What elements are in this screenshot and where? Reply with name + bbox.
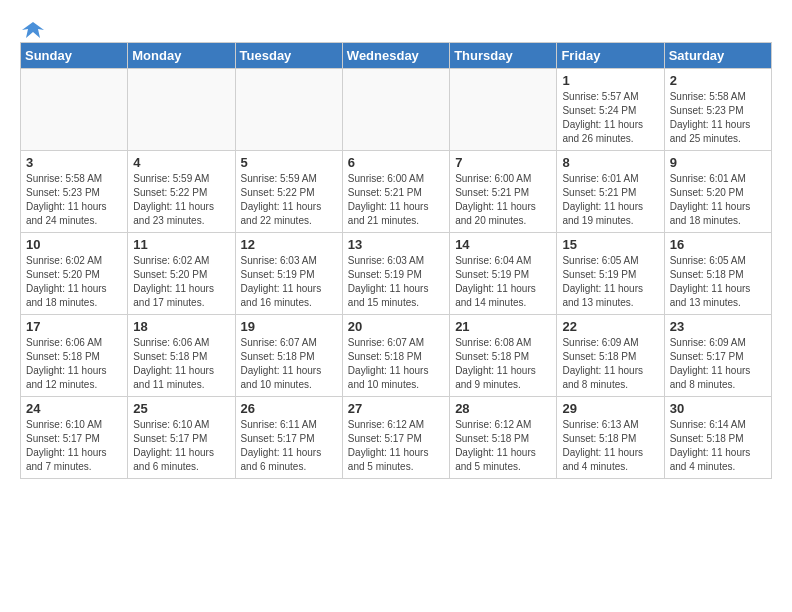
day-info: Sunrise: 6:06 AM Sunset: 5:18 PM Dayligh… [133,336,229,392]
calendar-cell: 2Sunrise: 5:58 AM Sunset: 5:23 PM Daylig… [664,69,771,151]
calendar-cell: 15Sunrise: 6:05 AM Sunset: 5:19 PM Dayli… [557,233,664,315]
day-number: 24 [26,401,122,416]
page: SundayMondayTuesdayWednesdayThursdayFrid… [0,0,792,489]
calendar-table: SundayMondayTuesdayWednesdayThursdayFrid… [20,42,772,479]
calendar-cell: 24Sunrise: 6:10 AM Sunset: 5:17 PM Dayli… [21,397,128,479]
calendar-cell: 13Sunrise: 6:03 AM Sunset: 5:19 PM Dayli… [342,233,449,315]
calendar-cell: 12Sunrise: 6:03 AM Sunset: 5:19 PM Dayli… [235,233,342,315]
day-number: 21 [455,319,551,334]
calendar-cell: 29Sunrise: 6:13 AM Sunset: 5:18 PM Dayli… [557,397,664,479]
day-info: Sunrise: 6:08 AM Sunset: 5:18 PM Dayligh… [455,336,551,392]
day-info: Sunrise: 5:57 AM Sunset: 5:24 PM Dayligh… [562,90,658,146]
week-row-2: 3Sunrise: 5:58 AM Sunset: 5:23 PM Daylig… [21,151,772,233]
day-number: 3 [26,155,122,170]
day-info: Sunrise: 6:12 AM Sunset: 5:18 PM Dayligh… [455,418,551,474]
day-info: Sunrise: 6:13 AM Sunset: 5:18 PM Dayligh… [562,418,658,474]
day-info: Sunrise: 6:14 AM Sunset: 5:18 PM Dayligh… [670,418,766,474]
day-number: 22 [562,319,658,334]
day-number: 10 [26,237,122,252]
day-info: Sunrise: 6:00 AM Sunset: 5:21 PM Dayligh… [348,172,444,228]
day-info: Sunrise: 6:09 AM Sunset: 5:17 PM Dayligh… [670,336,766,392]
day-number: 11 [133,237,229,252]
calendar-cell: 5Sunrise: 5:59 AM Sunset: 5:22 PM Daylig… [235,151,342,233]
day-info: Sunrise: 6:03 AM Sunset: 5:19 PM Dayligh… [241,254,337,310]
logo-bird-icon [22,20,44,40]
day-number: 27 [348,401,444,416]
day-info: Sunrise: 6:01 AM Sunset: 5:21 PM Dayligh… [562,172,658,228]
calendar-cell: 11Sunrise: 6:02 AM Sunset: 5:20 PM Dayli… [128,233,235,315]
week-row-4: 17Sunrise: 6:06 AM Sunset: 5:18 PM Dayli… [21,315,772,397]
day-number: 14 [455,237,551,252]
weekday-header-wednesday: Wednesday [342,43,449,69]
weekday-header-tuesday: Tuesday [235,43,342,69]
weekday-header-friday: Friday [557,43,664,69]
week-row-1: 1Sunrise: 5:57 AM Sunset: 5:24 PM Daylig… [21,69,772,151]
day-info: Sunrise: 6:07 AM Sunset: 5:18 PM Dayligh… [348,336,444,392]
day-info: Sunrise: 5:58 AM Sunset: 5:23 PM Dayligh… [26,172,122,228]
calendar-cell: 17Sunrise: 6:06 AM Sunset: 5:18 PM Dayli… [21,315,128,397]
day-number: 17 [26,319,122,334]
day-info: Sunrise: 5:59 AM Sunset: 5:22 PM Dayligh… [241,172,337,228]
calendar-cell [235,69,342,151]
calendar-cell: 23Sunrise: 6:09 AM Sunset: 5:17 PM Dayli… [664,315,771,397]
day-number: 6 [348,155,444,170]
calendar-cell: 10Sunrise: 6:02 AM Sunset: 5:20 PM Dayli… [21,233,128,315]
day-number: 4 [133,155,229,170]
day-number: 13 [348,237,444,252]
calendar-cell: 30Sunrise: 6:14 AM Sunset: 5:18 PM Dayli… [664,397,771,479]
calendar-header-row: SundayMondayTuesdayWednesdayThursdayFrid… [21,43,772,69]
day-info: Sunrise: 6:05 AM Sunset: 5:18 PM Dayligh… [670,254,766,310]
day-info: Sunrise: 6:02 AM Sunset: 5:20 PM Dayligh… [133,254,229,310]
calendar-cell: 21Sunrise: 6:08 AM Sunset: 5:18 PM Dayli… [450,315,557,397]
weekday-header-sunday: Sunday [21,43,128,69]
day-info: Sunrise: 6:02 AM Sunset: 5:20 PM Dayligh… [26,254,122,310]
day-number: 26 [241,401,337,416]
day-number: 19 [241,319,337,334]
calendar-cell: 28Sunrise: 6:12 AM Sunset: 5:18 PM Dayli… [450,397,557,479]
day-info: Sunrise: 6:09 AM Sunset: 5:18 PM Dayligh… [562,336,658,392]
calendar-cell [450,69,557,151]
weekday-header-thursday: Thursday [450,43,557,69]
calendar-cell: 8Sunrise: 6:01 AM Sunset: 5:21 PM Daylig… [557,151,664,233]
logo [20,20,44,36]
day-number: 12 [241,237,337,252]
header-row [20,16,772,36]
day-info: Sunrise: 6:00 AM Sunset: 5:21 PM Dayligh… [455,172,551,228]
day-number: 18 [133,319,229,334]
day-number: 7 [455,155,551,170]
calendar-cell [21,69,128,151]
day-number: 2 [670,73,766,88]
day-number: 29 [562,401,658,416]
calendar-cell [128,69,235,151]
day-info: Sunrise: 6:06 AM Sunset: 5:18 PM Dayligh… [26,336,122,392]
calendar-cell: 27Sunrise: 6:12 AM Sunset: 5:17 PM Dayli… [342,397,449,479]
day-info: Sunrise: 6:05 AM Sunset: 5:19 PM Dayligh… [562,254,658,310]
day-info: Sunrise: 6:11 AM Sunset: 5:17 PM Dayligh… [241,418,337,474]
calendar-cell: 7Sunrise: 6:00 AM Sunset: 5:21 PM Daylig… [450,151,557,233]
day-info: Sunrise: 6:12 AM Sunset: 5:17 PM Dayligh… [348,418,444,474]
day-info: Sunrise: 5:59 AM Sunset: 5:22 PM Dayligh… [133,172,229,228]
calendar-cell: 9Sunrise: 6:01 AM Sunset: 5:20 PM Daylig… [664,151,771,233]
svg-marker-0 [22,22,44,38]
week-row-3: 10Sunrise: 6:02 AM Sunset: 5:20 PM Dayli… [21,233,772,315]
weekday-header-saturday: Saturday [664,43,771,69]
week-row-5: 24Sunrise: 6:10 AM Sunset: 5:17 PM Dayli… [21,397,772,479]
day-number: 8 [562,155,658,170]
day-info: Sunrise: 6:10 AM Sunset: 5:17 PM Dayligh… [26,418,122,474]
calendar-cell: 14Sunrise: 6:04 AM Sunset: 5:19 PM Dayli… [450,233,557,315]
day-number: 25 [133,401,229,416]
day-number: 30 [670,401,766,416]
day-number: 5 [241,155,337,170]
day-info: Sunrise: 6:04 AM Sunset: 5:19 PM Dayligh… [455,254,551,310]
calendar-cell: 6Sunrise: 6:00 AM Sunset: 5:21 PM Daylig… [342,151,449,233]
calendar-cell: 20Sunrise: 6:07 AM Sunset: 5:18 PM Dayli… [342,315,449,397]
day-info: Sunrise: 6:07 AM Sunset: 5:18 PM Dayligh… [241,336,337,392]
calendar-cell: 25Sunrise: 6:10 AM Sunset: 5:17 PM Dayli… [128,397,235,479]
day-info: Sunrise: 5:58 AM Sunset: 5:23 PM Dayligh… [670,90,766,146]
day-info: Sunrise: 6:10 AM Sunset: 5:17 PM Dayligh… [133,418,229,474]
calendar-cell: 22Sunrise: 6:09 AM Sunset: 5:18 PM Dayli… [557,315,664,397]
calendar-cell: 18Sunrise: 6:06 AM Sunset: 5:18 PM Dayli… [128,315,235,397]
calendar-cell: 26Sunrise: 6:11 AM Sunset: 5:17 PM Dayli… [235,397,342,479]
calendar-cell [342,69,449,151]
day-number: 15 [562,237,658,252]
